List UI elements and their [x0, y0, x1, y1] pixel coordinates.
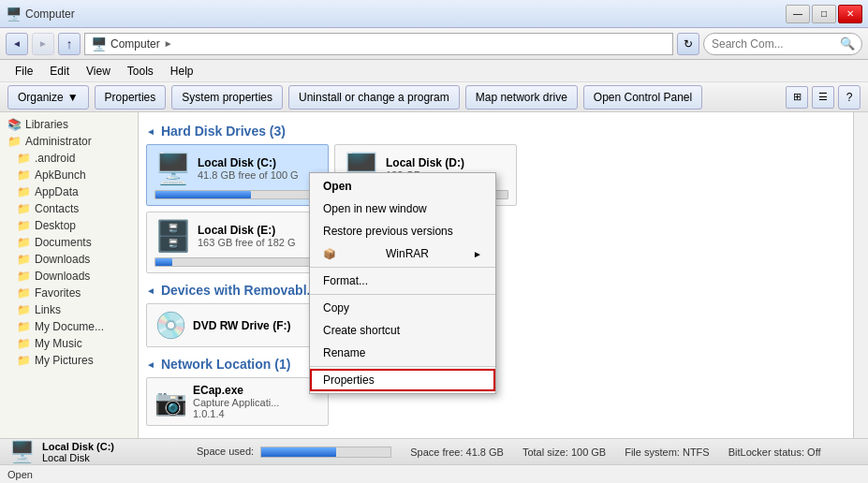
status-drive-name: Local Disk (C:)	[42, 441, 114, 452]
status-drive-icon: 🖥️	[9, 440, 35, 464]
ctx-open[interactable]: Open	[310, 175, 495, 198]
sidebar-item-downloads2[interactable]: 📁 Downloads	[0, 268, 138, 285]
sidebar-item-android[interactable]: 📁 .android	[0, 150, 138, 167]
drive-e-progress-fill	[155, 258, 172, 266]
ctx-create-shortcut[interactable]: Create shortcut	[310, 319, 495, 342]
view-list-button[interactable]: ☰	[812, 86, 834, 109]
hard-disk-section[interactable]: Hard Disk Drives (3)	[146, 124, 846, 139]
mymusic-icon: 📁	[17, 337, 31, 350]
address-path[interactable]: 🖥️ Computer ►	[84, 33, 673, 55]
menu-file[interactable]: File	[7, 63, 40, 80]
ctx-properties[interactable]: Properties	[310, 369, 495, 391]
sidebar-item-appdata[interactable]: 📁 AppData	[0, 183, 138, 200]
uninstall-button[interactable]: Uninstall or change a program	[288, 85, 460, 110]
sidebar-item-administrator[interactable]: 📁 Administrator	[0, 133, 138, 150]
ctx-restore-versions[interactable]: Restore previous versions	[310, 220, 495, 242]
sidebar-item-favorites[interactable]: 📁 Favorites	[0, 285, 138, 301]
menu-edit[interactable]: Edit	[42, 63, 77, 80]
status-info: Local Disk (C:) Local Disk	[42, 441, 114, 463]
sidebar-item-links[interactable]: 📁 Links	[0, 301, 138, 318]
mydoc-icon: 📁	[17, 320, 31, 333]
status-space-free: Space free: 41.8 GB	[410, 446, 504, 458]
toolbar-right: ⊞ ☰ ?	[786, 85, 861, 110]
menu-help[interactable]: Help	[163, 63, 201, 80]
dvd-drive[interactable]: 💿 DVD RW Drive (F:)	[146, 303, 329, 347]
downloads1-label: Downloads	[35, 253, 90, 266]
sidebar-item-libraries[interactable]: 📚 Libraries	[0, 116, 138, 133]
map-drive-button[interactable]: Map network drive	[465, 85, 578, 110]
ctx-format[interactable]: Format...	[310, 270, 495, 292]
path-arrow: ►	[164, 38, 173, 49]
maximize-button[interactable]: □	[812, 5, 836, 23]
properties-label: Properties	[105, 91, 156, 104]
contacts-label: Contacts	[35, 202, 79, 215]
total-label: Total size:	[522, 446, 568, 458]
winrar-arrow: ►	[473, 249, 482, 259]
libraries-label: Libraries	[25, 118, 68, 131]
drive-e-progress-bg	[154, 257, 320, 267]
status-bar: 🖥️ Local Disk (C:) Local Disk Space used…	[0, 438, 868, 464]
ctx-copy[interactable]: Copy	[310, 297, 495, 319]
ctx-winrar[interactable]: 📦 WinRAR ►	[310, 242, 495, 265]
drive-e-name: Local Disk (E:)	[198, 224, 296, 237]
sidebar-item-contacts[interactable]: 📁 Contacts	[0, 200, 138, 217]
sidebar-item-mypictures[interactable]: 📁 My Pictures	[0, 352, 138, 369]
winrar-icon: 📦	[323, 248, 336, 260]
contacts-icon: 📁	[17, 202, 31, 215]
organize-label: Organize	[18, 91, 64, 104]
ctx-rename[interactable]: Rename	[310, 342, 495, 364]
view-toggle-button[interactable]: ⊞	[786, 86, 808, 109]
administrator-icon: 📁	[7, 135, 22, 148]
organize-arrow: ▼	[67, 91, 79, 104]
menu-tools[interactable]: Tools	[120, 63, 161, 80]
close-button[interactable]: ✕	[838, 5, 862, 23]
android-label: .android	[35, 152, 75, 165]
organize-button[interactable]: Organize ▼	[7, 85, 89, 110]
title-bar: 🖥️ Computer — □ ✕	[0, 0, 868, 28]
network-item[interactable]: 📷 ECap.exe Capture Applicati... 1.0.1.4	[146, 377, 329, 426]
sidebar-item-downloads1[interactable]: 📁 Downloads	[0, 251, 138, 268]
drive-e-info: Local Disk (E:) 163 GB free of 182 G	[198, 224, 296, 248]
drive-c-progress-fill	[155, 191, 251, 198]
path-icon: 🖥️	[91, 37, 107, 51]
ctx-open-new-window[interactable]: Open in new window	[310, 198, 495, 220]
dvd-icon: 💿	[154, 310, 187, 341]
status-left: 🖥️ Local Disk (C:) Local Disk	[9, 440, 197, 464]
title-bar-controls: — □ ✕	[786, 5, 862, 23]
control-panel-label: Open Control Panel	[594, 91, 692, 104]
status-progress-bg	[260, 446, 391, 458]
fs-value: NTFS	[683, 446, 710, 458]
status-filesystem: File system: NTFS	[625, 446, 709, 458]
refresh-button[interactable]: ↻	[677, 33, 699, 55]
sidebar-item-mydocuments[interactable]: 📁 My Docume...	[0, 318, 138, 335]
bitlocker-label: BitLocker status:	[728, 446, 804, 458]
up-button[interactable]: ↑	[58, 33, 81, 55]
minimize-button[interactable]: —	[786, 5, 810, 23]
back-button[interactable]: ◄	[6, 33, 28, 55]
forward-button[interactable]: ►	[32, 33, 54, 55]
drive-d-name: Local Disk (D:)	[386, 156, 464, 169]
search-input[interactable]	[703, 33, 862, 55]
drive-e[interactable]: 🗄️ Local Disk (E:) 163 GB free of 182 G	[146, 212, 329, 273]
network-ver: 1.0.1.4	[193, 408, 279, 419]
drive-c[interactable]: 🖥️ Local Disk (C:) 41.8 GB free of 100 G	[146, 144, 329, 206]
hard-disk-label: Hard Disk Drives (3)	[161, 124, 286, 139]
sidebar-item-documents[interactable]: 📁 Documents	[0, 234, 138, 251]
help-button[interactable]: ?	[838, 85, 861, 110]
control-panel-button[interactable]: Open Control Panel	[583, 85, 702, 110]
network-info: ECap.exe Capture Applicati... 1.0.1.4	[193, 384, 279, 419]
sidebar-item-apkbunch[interactable]: 📁 ApkBunch	[0, 167, 138, 183]
dvd-name: DVD RW Drive (F:)	[193, 319, 290, 332]
sidebar-item-mymusic[interactable]: 📁 My Music	[0, 335, 138, 352]
total-value: 100 GB	[571, 446, 606, 458]
sidebar-item-desktop[interactable]: 📁 Desktop	[0, 217, 138, 234]
ctx-sep1	[310, 267, 495, 268]
ctx-sep2	[310, 294, 495, 295]
system-properties-button[interactable]: System properties	[171, 85, 283, 110]
menu-view[interactable]: View	[79, 63, 118, 80]
main-area: 📚 Libraries 📁 Administrator 📁 .android 📁…	[0, 112, 868, 438]
properties-button[interactable]: Properties	[95, 85, 167, 110]
scrollbar[interactable]	[853, 112, 868, 438]
apkbunch-label: ApkBunch	[35, 168, 86, 182]
bottom-status: Open	[0, 464, 868, 483]
